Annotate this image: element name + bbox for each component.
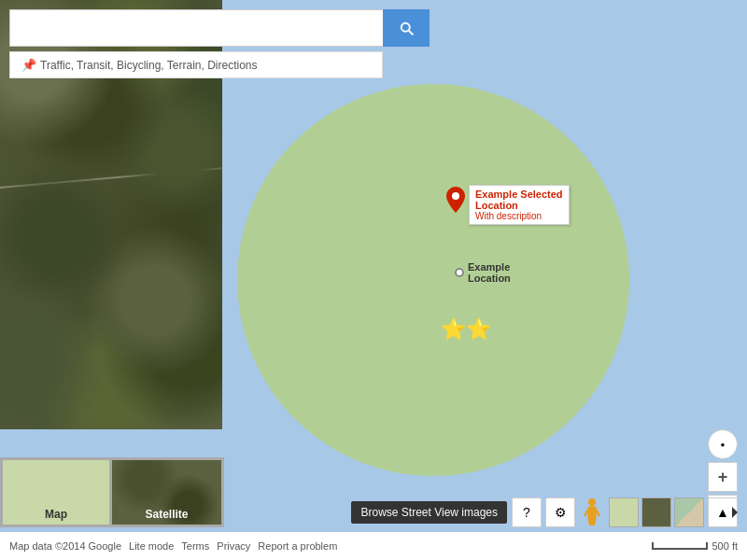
layers-text: Traffic, Transit, Bicycling, Terrain, Di…: [40, 59, 258, 72]
stars-rating: ⭐⭐: [441, 317, 491, 342]
svg-point-0: [452, 192, 459, 200]
zoom-in-button[interactable]: +: [708, 462, 738, 492]
svg-point-1: [588, 498, 596, 506]
location-dot: [455, 268, 464, 277]
bottom-bar: Map data ©2014 Google Lite mode Terms Pr…: [0, 532, 747, 560]
search-bar: [9, 9, 430, 47]
selected-location-marker[interactable]: Example Selected Location With descripti…: [446, 187, 465, 213]
settings-button[interactable]: ⚙: [545, 497, 575, 527]
scale-text: 500 ft: [712, 540, 738, 552]
search-input[interactable]: [9, 9, 383, 47]
marker-popup[interactable]: Example Selected Location With descripti…: [469, 185, 570, 225]
help-button[interactable]: ?: [512, 497, 542, 527]
layers-bar[interactable]: 📌 Traffic, Transit, Bicycling, Terrain, …: [9, 51, 383, 78]
search-radius-circle: [237, 84, 629, 476]
pegman-icon[interactable]: [579, 497, 605, 527]
marker-title2: Location: [475, 200, 563, 211]
marker-title: Example Selected: [475, 189, 563, 200]
terms-link[interactable]: Terms: [181, 540, 209, 552]
satellite-view-button[interactable]: Satellite: [112, 457, 224, 527]
scale-bar: 500 ft: [652, 540, 738, 552]
location-label1: Example: [468, 261, 511, 273]
satellite-label: Satellite: [145, 508, 188, 521]
map-data-text: Map data ©2014 Google: [9, 540, 121, 552]
map-thumb-satellite[interactable]: [641, 497, 671, 527]
report-problem-link[interactable]: Report a problem: [258, 540, 337, 552]
satellite-road: [0, 167, 221, 189]
lite-mode-link[interactable]: Lite mode: [129, 540, 174, 552]
street-view-tooltip: Browse Street View images: [351, 501, 507, 524]
map-thumb-map[interactable]: [609, 497, 639, 527]
location-marker[interactable]: Example Location: [455, 261, 511, 284]
location-label2: Location: [468, 273, 511, 284]
scale-line: [652, 542, 708, 550]
map-view-button[interactable]: Map: [0, 457, 112, 527]
search-icon: [398, 20, 415, 36]
privacy-link[interactable]: Privacy: [217, 540, 250, 552]
search-button[interactable]: [383, 9, 430, 47]
map-thumb-terrain[interactable]: [674, 497, 704, 527]
toolbar-icons: ? ⚙ ▲: [512, 497, 738, 527]
marker-description: With description: [475, 211, 563, 221]
map-label: Map: [45, 508, 67, 521]
map-type-toggle: Map Satellite: [0, 457, 224, 527]
map-container[interactable]: 📌 Traffic, Transit, Bicycling, Terrain, …: [0, 0, 747, 560]
zoom-dot: ●: [708, 429, 738, 459]
bottom-toolbar: Browse Street View images ? ⚙ ▲: [351, 497, 738, 527]
map-type-thumbnails: [609, 497, 704, 527]
location-label-container: Example Location: [468, 261, 511, 284]
layers-icon: 📌: [21, 58, 36, 72]
